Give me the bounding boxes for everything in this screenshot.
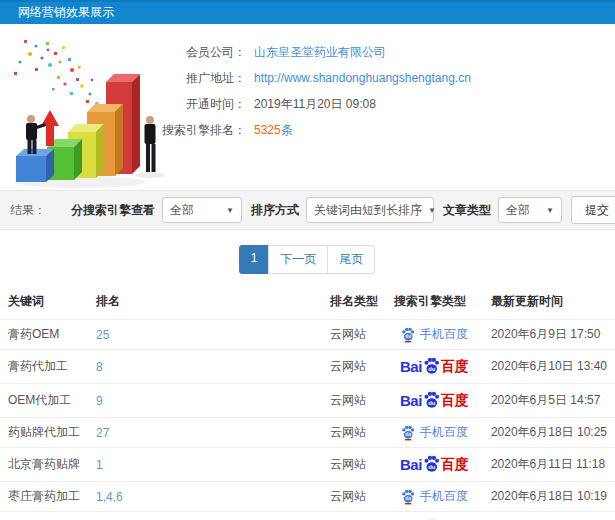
engine-type-cell: Bai du 百度 (386, 512, 483, 520)
rank-link[interactable]: 9 (96, 394, 103, 408)
rank-link[interactable]: 1 (96, 458, 103, 472)
col-header-keyword: 关键词 (0, 284, 88, 320)
engine-type-cell: Bai du 百度 (386, 384, 483, 418)
keyword-cell: 膏药代加工 (0, 350, 88, 384)
info-row-rank-count: 搜索引擎排名： 5325 条 (160, 117, 471, 143)
updated-time-text: 2020年6月18日 10:19 (491, 489, 607, 503)
col-header-rank-type: 排名类型 (322, 284, 386, 320)
rank-type-text: 云网站 (330, 393, 366, 407)
chevron-down-icon: ▼ (428, 206, 436, 215)
sort-filter-value: 关键词由短到长排序 (314, 202, 422, 219)
sort-filter-select[interactable]: 关键词由短到长排序 ▼ (306, 197, 434, 223)
keyword-cell: 枣庄膏药加工 (0, 482, 88, 512)
keyword-ranking-table: 关键词 排名 排名类型 搜索引擎类型 最新更新时间 膏药OEM 25 云网站 B… (0, 284, 615, 520)
company-link[interactable]: 山东皇圣堂药业有限公司 (254, 39, 386, 65)
mobile-baidu-paw-icon: du (401, 326, 415, 343)
mobile-baidu-logo: du 手机百度 (401, 424, 468, 441)
baidu-logo: Bai du 百度 (400, 454, 469, 475)
mobile-baidu-label: 手机百度 (420, 326, 468, 343)
rank-type-cell: 云网站 (322, 384, 386, 418)
info-row-opened: 开通时间： 2019年11月20日 09:08 (160, 91, 471, 117)
updated-cell: 2020年6月10日 13:40 (483, 350, 615, 384)
table-row: 药贴牌代加工 27 云网站 Bai du 百度 (0, 418, 615, 448)
svg-text:du: du (405, 432, 411, 437)
svg-text:du: du (405, 496, 411, 501)
businessman-right (145, 116, 156, 172)
last-page-button[interactable]: 尾页 (327, 245, 375, 274)
baidu-wordmark-cn: 百度 (441, 392, 469, 410)
rank-link[interactable]: 27 (96, 426, 109, 440)
rank-type-cell: 云网站 (322, 350, 386, 384)
rank-type-cell: 云网站 (322, 512, 386, 520)
engine-type-cell: Bai du 百度 (386, 350, 483, 384)
bar-chart-illustration (0, 24, 160, 190)
updated-cell: 2020年5月29日 10:32 (483, 512, 615, 520)
engine-rank-unit: 条 (281, 117, 293, 143)
next-page-button[interactable]: 下一页 (268, 245, 328, 274)
keyword-text: OEM代加工 (8, 393, 71, 407)
baidu-logo: Bai du 百度 (400, 390, 469, 411)
page-title: 网络营销效果展示 (0, 0, 615, 24)
mobile-baidu-logo: du 手机百度 (401, 488, 468, 505)
updated-cell: 2020年6月5日 14:57 (483, 384, 615, 418)
mobile-baidu-label: 手机百度 (420, 424, 468, 441)
rank-cell: 1 (88, 448, 322, 482)
article-type-select[interactable]: 全部 ▼ (498, 197, 562, 223)
baidu-wordmark-cn: 百度 (441, 358, 469, 376)
engine-type-cell: Bai du 百度 (386, 482, 483, 512)
svg-text:du: du (428, 400, 436, 406)
table-row: OEM代加工 9 云网站 Bai du 百度 (0, 384, 615, 418)
col-header-updated: 最新更新时间 (483, 284, 615, 320)
svg-text:du: du (428, 464, 436, 470)
promo-url-link[interactable]: http://www.shandonghuangshengtang.cn (254, 65, 471, 91)
table-header-row: 关键词 排名 排名类型 搜索引擎类型 最新更新时间 (0, 284, 615, 320)
keyword-cell: 医疗器械厂家 (0, 512, 88, 520)
updated-cell: 2020年6月18日 10:25 (483, 418, 615, 448)
rank-type-cell: 云网站 (322, 482, 386, 512)
rank-cell: 1,4,6 (88, 482, 322, 512)
chevron-down-icon: ▼ (546, 206, 554, 215)
page-1-button[interactable]: 1 (239, 245, 270, 274)
table-row: 膏药代加工 8 云网站 Bai du 百度 (0, 350, 615, 384)
baidu-wordmark-bai: Bai (400, 358, 422, 375)
mobile-baidu-paw-icon: du (401, 424, 415, 441)
rank-type-text: 云网站 (330, 425, 366, 439)
pagination: 1 下一页 尾页 (0, 245, 615, 274)
engine-filter-label: 分搜索引擎查看 (71, 202, 155, 219)
engine-filter-value: 全部 (170, 202, 194, 219)
updated-time-text: 2020年6月9日 17:50 (491, 327, 600, 341)
baidu-paw-icon: du (423, 454, 440, 473)
svg-text:du: du (428, 366, 436, 372)
filter-bar: 结果： 分搜索引擎查看 全部 ▼ 排序方式 关键词由短到长排序 ▼ 文章类型 全… (0, 190, 615, 230)
updated-time-text: 2020年6月10日 13:40 (491, 359, 607, 373)
sort-filter-label: 排序方式 (251, 202, 299, 219)
article-type-label: 文章类型 (443, 202, 491, 219)
rank-link[interactable]: 25 (96, 328, 109, 342)
member-info-list: 会员公司： 山东皇圣堂药业有限公司 推广地址： http://www.shand… (160, 24, 471, 190)
3d-bar-chart-image (2, 32, 190, 190)
rank-link[interactable]: 1,4,6 (96, 490, 123, 504)
keyword-text: 膏药OEM (8, 327, 59, 341)
engine-filter-select[interactable]: 全部 ▼ (162, 197, 242, 223)
svg-text:du: du (405, 334, 411, 339)
rank-type-text: 云网站 (330, 489, 366, 503)
updated-time-text: 2020年6月18日 10:25 (491, 425, 607, 439)
chevron-down-icon: ▼ (226, 206, 234, 215)
baidu-logo: Bai du 百度 (400, 356, 469, 377)
baidu-wordmark-bai: Bai (400, 392, 422, 409)
submit-button[interactable]: 提交 (571, 196, 615, 224)
updated-cell: 2020年6月18日 10:19 (483, 482, 615, 512)
keyword-text: 膏药代加工 (8, 359, 68, 373)
engine-rank-count: 5325 (254, 117, 281, 143)
mobile-baidu-label: 手机百度 (420, 488, 468, 505)
rank-link[interactable]: 8 (96, 360, 103, 374)
opened-time-value: 2019年11月20日 09:08 (254, 91, 376, 117)
mobile-baidu-paw-icon: du (401, 488, 415, 505)
updated-time-text: 2020年6月11日 11:18 (491, 457, 605, 471)
rank-cell: 9 (88, 384, 322, 418)
updated-time-text: 2020年6月5日 14:57 (491, 393, 600, 407)
engine-type-cell: Bai du 百度 (386, 418, 483, 448)
table-row: 北京膏药贴牌 1 云网站 Bai du 百度 (0, 448, 615, 482)
keyword-cell: 药贴牌代加工 (0, 418, 88, 448)
baidu-paw-icon: du (423, 390, 440, 409)
